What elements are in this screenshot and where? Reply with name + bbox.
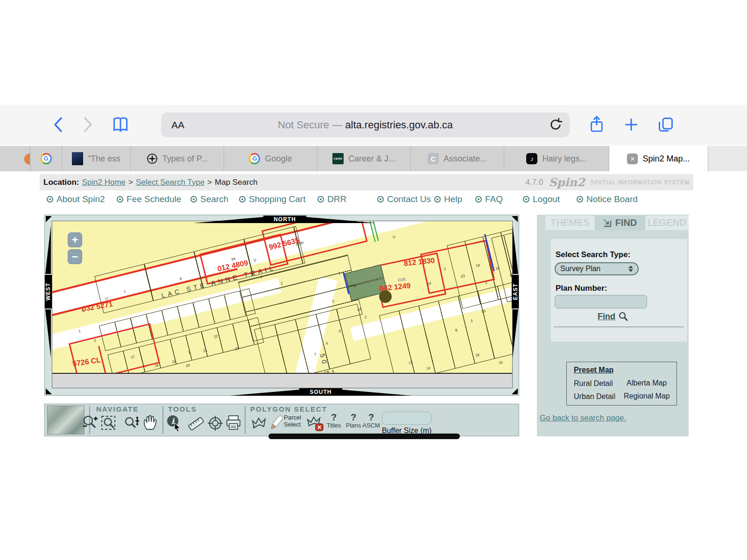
target-tool-icon[interactable] [207, 415, 223, 431]
version-number: 4.7.0 [526, 178, 543, 187]
back-button[interactable] [49, 115, 68, 134]
bullseye-icon [577, 196, 583, 203]
lot-number: 2 [470, 319, 473, 323]
zoom-in-tool-icon[interactable] [82, 414, 98, 431]
lot-number: 22 [213, 334, 218, 339]
breadcrumb: Location: Spin2 Home > Select Search Typ… [40, 174, 693, 190]
divider [162, 406, 163, 434]
nav-help[interactable]: Help [434, 194, 462, 204]
tab-google[interactable]: Google [224, 146, 317, 171]
corner-mark [46, 216, 52, 222]
nav-drr[interactable]: DRR [317, 194, 346, 204]
partial-favicon [24, 154, 30, 165]
close-tab-icon[interactable]: ✕ [627, 154, 638, 164]
nav-notice-board[interactable]: Notice Board [577, 194, 638, 204]
tab-label: Associate... [444, 154, 487, 164]
new-tab-button[interactable] [622, 115, 641, 134]
breadcrumb-link-home[interactable]: Spin2 Home [82, 178, 126, 187]
zoom-box-tool-icon[interactable] [101, 415, 117, 431]
lot-number: 2 [93, 338, 96, 343]
lot-number: 2 [485, 280, 487, 285]
preset-alberta-map[interactable]: Alberta Map [627, 379, 667, 387]
tab-label: Spin2 Map... [642, 154, 690, 164]
select-chevrons-icon [628, 266, 633, 272]
plans-query-button[interactable]: ?Plans [344, 413, 363, 429]
tab-google-pinned[interactable] [30, 146, 62, 171]
preset-map-title: Preset Map [574, 366, 613, 374]
nav-faq[interactable]: FAQ [475, 194, 503, 204]
lot-number: 20 [185, 363, 190, 368]
draw-polygon-tool-icon[interactable] [268, 413, 285, 432]
tools-header: TOOLS [168, 405, 197, 413]
forward-button[interactable] [78, 115, 97, 134]
identify-tool-icon[interactable]: i [166, 414, 182, 432]
polygon-select-tool-icon[interactable] [251, 415, 267, 431]
nav-logout[interactable]: Logout [523, 194, 560, 204]
bookmarks-icon[interactable] [111, 115, 130, 134]
preset-rural-detail[interactable]: Rural Detail [574, 379, 613, 388]
clear-polygon-tool-icon[interactable]: ✕ [306, 415, 325, 432]
print-tool-icon[interactable] [225, 414, 242, 431]
preset-urban-detail[interactable]: Urban Detail [574, 392, 615, 401]
compass-south-wing [229, 390, 299, 396]
nav-fee-schedule[interactable]: Fee Schedule [117, 194, 181, 204]
nav-about-spin2[interactable]: About Spin2 [47, 194, 105, 204]
buffer-size-input[interactable] [382, 412, 431, 425]
find-button[interactable]: Find [598, 311, 628, 322]
search-type-select[interactable]: Survey Plan [555, 262, 639, 275]
compass-east-wing [513, 309, 518, 358]
search-type-label: Select Search Type: [556, 250, 630, 259]
tab-the-ess[interactable]: “The ess [62, 146, 131, 171]
parcel-select-label: Parcel Select [284, 414, 301, 428]
url-bar[interactable]: AA Not Secure — alta.registries.gov.ab.c… [161, 112, 570, 137]
pan-hand-tool-icon[interactable] [142, 414, 158, 431]
ascm-query-button[interactable]: ?ASCM [361, 413, 381, 429]
overview-thumbnail[interactable] [47, 406, 85, 434]
breadcrumb-separator: > [128, 178, 133, 187]
bullseye-icon [239, 196, 246, 203]
tab-overview-button[interactable] [656, 115, 675, 134]
titles-query-button[interactable]: ?Titles [324, 413, 344, 429]
preset-map-box: Preset Map Rural Detail Alberta Map Urba… [566, 362, 677, 406]
compass-south-wing [342, 390, 412, 396]
measure-tool-icon[interactable] [188, 416, 204, 431]
tab-find[interactable]: FIND [595, 216, 645, 230]
lot-number: 7 [123, 290, 126, 294]
tab-partial[interactable] [0, 146, 30, 171]
tab-themes[interactable]: THEMES [545, 216, 595, 230]
spin2-logo: Spin2 [549, 175, 585, 189]
lot-number: 19 [171, 359, 176, 364]
screen: { "browser": { "reader": "AA", "url_pref… [0, 0, 747, 560]
map-toolbar: NAVIGATE TOOLS i POLYGON SELECT Parcel S… [44, 404, 519, 436]
breadcrumb-link-search-type[interactable]: Select Search Type [136, 178, 204, 187]
reader-mode-button[interactable]: AA [171, 119, 184, 131]
scroll-indicator-bar[interactable] [268, 434, 460, 439]
tab-associate[interactable]: CAssociate... [411, 146, 504, 171]
share-button[interactable] [587, 115, 606, 134]
zoom-out-button[interactable]: − [68, 249, 82, 264]
divider [554, 327, 684, 327]
go-back-link[interactable]: Go back to search page. [540, 413, 626, 423]
zoom-pan-tool-icon[interactable] [123, 415, 140, 431]
lot-number: 19 [475, 263, 480, 268]
zoom-in-button[interactable]: + [68, 232, 82, 247]
reload-button[interactable] [548, 117, 563, 132]
lot-number: 1 [338, 271, 341, 276]
nav-shopping-cart[interactable]: Shopping Cart [239, 194, 305, 204]
tab-types-of-p[interactable]: Types of P... [131, 146, 224, 171]
tab-legend[interactable]: LEGEND [645, 216, 689, 230]
nav-search[interactable]: Search [190, 194, 228, 204]
map-canvas[interactable]: 992 5635012 4809812 1830042 1249032 5271… [52, 221, 513, 388]
map-frame: 992 5635012 4809812 1830042 1249032 5271… [44, 215, 519, 396]
tab-career[interactable]: CBRECareer & J... [317, 146, 411, 171]
lot-number: 23 [234, 346, 240, 351]
preset-regional-map[interactable]: Regional Map [624, 392, 670, 400]
tab-spin2-active[interactable]: ✕Spin2 Map... [609, 146, 708, 171]
nav-contact-us[interactable]: Contact Us [377, 194, 431, 204]
compass-west-wing [45, 225, 51, 274]
tab-label: Hairy legs... [542, 154, 586, 164]
svg-text:✕: ✕ [317, 424, 322, 431]
bullseye-icon [377, 196, 384, 203]
plan-number-input[interactable] [555, 295, 647, 308]
tab-hairy-legs[interactable]: ♪Hairy legs... [504, 146, 609, 171]
